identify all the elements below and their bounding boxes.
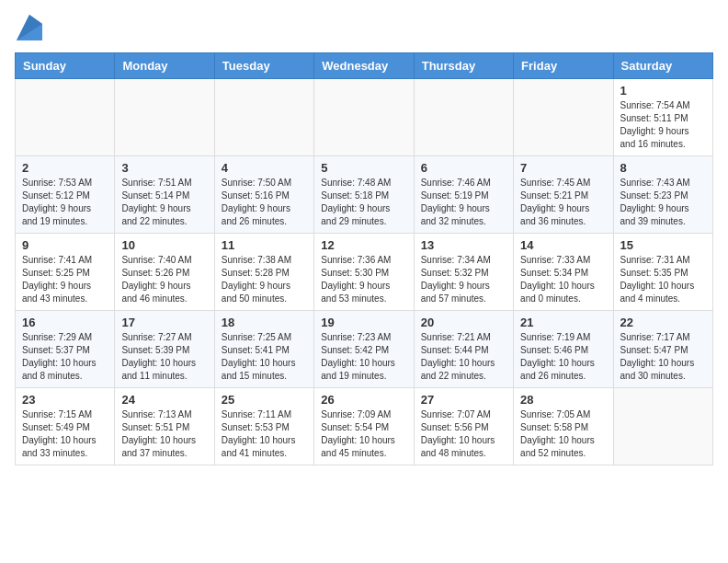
day-info: Sunrise: 7:09 AM Sunset: 5:54 PM Dayligh… <box>321 408 406 460</box>
calendar-cell: 24Sunrise: 7:13 AM Sunset: 5:51 PM Dayli… <box>115 387 214 465</box>
day-number: 9 <box>22 238 108 252</box>
calendar-cell: 8Sunrise: 7:43 AM Sunset: 5:23 PM Daylig… <box>613 155 712 233</box>
calendar-cell <box>514 78 613 155</box>
calendar-cell: 27Sunrise: 7:07 AM Sunset: 5:56 PM Dayli… <box>414 387 513 465</box>
calendar-cell: 6Sunrise: 7:46 AM Sunset: 5:19 PM Daylig… <box>414 155 513 233</box>
day-number: 27 <box>421 393 506 407</box>
calendar-cell: 16Sunrise: 7:29 AM Sunset: 5:37 PM Dayli… <box>16 310 115 387</box>
day-number: 28 <box>520 393 606 407</box>
day-number: 1 <box>620 84 706 98</box>
day-info: Sunrise: 7:41 AM Sunset: 5:25 PM Dayligh… <box>22 254 108 305</box>
day-info: Sunrise: 7:36 AM Sunset: 5:30 PM Dayligh… <box>321 254 406 305</box>
day-info: Sunrise: 7:11 AM Sunset: 5:53 PM Dayligh… <box>222 408 307 460</box>
day-info: Sunrise: 7:19 AM Sunset: 5:46 PM Dayligh… <box>520 331 606 383</box>
day-number: 5 <box>321 161 406 175</box>
calendar-cell <box>115 78 214 155</box>
weekday-thursday: Thursday <box>414 52 513 78</box>
calendar-cell: 7Sunrise: 7:45 AM Sunset: 5:21 PM Daylig… <box>514 155 613 233</box>
day-info: Sunrise: 7:43 AM Sunset: 5:23 PM Dayligh… <box>620 177 706 228</box>
calendar-cell: 5Sunrise: 7:48 AM Sunset: 5:18 PM Daylig… <box>314 155 414 233</box>
day-info: Sunrise: 7:45 AM Sunset: 5:21 PM Dayligh… <box>520 177 606 228</box>
day-info: Sunrise: 7:05 AM Sunset: 5:58 PM Dayligh… <box>520 408 606 460</box>
calendar-cell <box>414 78 513 155</box>
calendar-cell: 15Sunrise: 7:31 AM Sunset: 5:35 PM Dayli… <box>613 233 712 310</box>
calendar-cell: 9Sunrise: 7:41 AM Sunset: 5:25 PM Daylig… <box>16 233 115 310</box>
weekday-tuesday: Tuesday <box>214 52 313 78</box>
day-info: Sunrise: 7:31 AM Sunset: 5:35 PM Dayligh… <box>620 254 706 305</box>
calendar-cell <box>214 78 313 155</box>
calendar-cell: 10Sunrise: 7:40 AM Sunset: 5:26 PM Dayli… <box>115 233 214 310</box>
day-info: Sunrise: 7:51 AM Sunset: 5:14 PM Dayligh… <box>121 177 207 228</box>
page-header <box>15 15 713 45</box>
calendar-cell: 1Sunrise: 7:54 AM Sunset: 5:11 PM Daylig… <box>613 78 712 155</box>
day-number: 10 <box>121 238 207 252</box>
calendar-cell: 20Sunrise: 7:21 AM Sunset: 5:44 PM Dayli… <box>414 310 513 387</box>
day-info: Sunrise: 7:29 AM Sunset: 5:37 PM Dayligh… <box>22 331 108 383</box>
day-number: 2 <box>22 161 108 175</box>
day-number: 24 <box>121 393 207 407</box>
day-info: Sunrise: 7:33 AM Sunset: 5:34 PM Dayligh… <box>520 254 606 305</box>
calendar-cell: 17Sunrise: 7:27 AM Sunset: 5:39 PM Dayli… <box>115 310 214 387</box>
day-number: 23 <box>22 393 108 407</box>
calendar-week-1: 1Sunrise: 7:54 AM Sunset: 5:11 PM Daylig… <box>16 78 713 155</box>
weekday-header-row: SundayMondayTuesdayWednesdayThursdayFrid… <box>16 52 713 78</box>
day-number: 20 <box>421 316 506 329</box>
day-info: Sunrise: 7:07 AM Sunset: 5:56 PM Dayligh… <box>421 408 506 460</box>
calendar-cell: 11Sunrise: 7:38 AM Sunset: 5:28 PM Dayli… <box>214 233 313 310</box>
calendar-body: 1Sunrise: 7:54 AM Sunset: 5:11 PM Daylig… <box>16 78 713 465</box>
day-number: 11 <box>222 238 307 252</box>
calendar-week-3: 9Sunrise: 7:41 AM Sunset: 5:25 PM Daylig… <box>16 233 713 310</box>
weekday-saturday: Saturday <box>613 52 712 78</box>
calendar-cell: 14Sunrise: 7:33 AM Sunset: 5:34 PM Dayli… <box>514 233 613 310</box>
calendar-cell: 13Sunrise: 7:34 AM Sunset: 5:32 PM Dayli… <box>414 233 513 310</box>
day-info: Sunrise: 7:48 AM Sunset: 5:18 PM Dayligh… <box>321 177 406 228</box>
calendar-cell: 25Sunrise: 7:11 AM Sunset: 5:53 PM Dayli… <box>214 387 313 465</box>
day-number: 21 <box>520 316 606 329</box>
day-info: Sunrise: 7:15 AM Sunset: 5:49 PM Dayligh… <box>22 408 108 460</box>
calendar-week-5: 23Sunrise: 7:15 AM Sunset: 5:49 PM Dayli… <box>16 387 713 465</box>
day-info: Sunrise: 7:46 AM Sunset: 5:19 PM Dayligh… <box>421 177 506 228</box>
calendar-cell: 23Sunrise: 7:15 AM Sunset: 5:49 PM Dayli… <box>16 387 115 465</box>
calendar-cell <box>613 387 712 465</box>
weekday-friday: Friday <box>514 52 613 78</box>
calendar-cell: 4Sunrise: 7:50 AM Sunset: 5:16 PM Daylig… <box>214 155 313 233</box>
day-info: Sunrise: 7:54 AM Sunset: 5:11 PM Dayligh… <box>620 99 706 151</box>
calendar-cell: 3Sunrise: 7:51 AM Sunset: 5:14 PM Daylig… <box>115 155 214 233</box>
day-number: 3 <box>121 161 207 175</box>
day-info: Sunrise: 7:38 AM Sunset: 5:28 PM Dayligh… <box>222 254 307 305</box>
day-number: 17 <box>121 316 207 329</box>
day-number: 16 <box>22 316 108 329</box>
day-info: Sunrise: 7:21 AM Sunset: 5:44 PM Dayligh… <box>421 331 506 383</box>
calendar-cell: 22Sunrise: 7:17 AM Sunset: 5:47 PM Dayli… <box>613 310 712 387</box>
logo-icon <box>17 15 42 40</box>
calendar-week-2: 2Sunrise: 7:53 AM Sunset: 5:12 PM Daylig… <box>16 155 713 233</box>
day-number: 13 <box>421 238 506 252</box>
day-info: Sunrise: 7:34 AM Sunset: 5:32 PM Dayligh… <box>421 254 506 305</box>
day-info: Sunrise: 7:23 AM Sunset: 5:42 PM Dayligh… <box>321 331 406 383</box>
day-info: Sunrise: 7:53 AM Sunset: 5:12 PM Dayligh… <box>22 177 108 228</box>
day-info: Sunrise: 7:27 AM Sunset: 5:39 PM Dayligh… <box>121 331 207 383</box>
calendar-cell: 21Sunrise: 7:19 AM Sunset: 5:46 PM Dayli… <box>514 310 613 387</box>
day-info: Sunrise: 7:40 AM Sunset: 5:26 PM Dayligh… <box>121 254 207 305</box>
day-info: Sunrise: 7:50 AM Sunset: 5:16 PM Dayligh… <box>222 177 307 228</box>
calendar-cell <box>16 78 115 155</box>
day-number: 26 <box>321 393 406 407</box>
calendar-week-4: 16Sunrise: 7:29 AM Sunset: 5:37 PM Dayli… <box>16 310 713 387</box>
calendar-cell: 18Sunrise: 7:25 AM Sunset: 5:41 PM Dayli… <box>214 310 313 387</box>
weekday-monday: Monday <box>115 52 214 78</box>
day-info: Sunrise: 7:13 AM Sunset: 5:51 PM Dayligh… <box>121 408 207 460</box>
weekday-sunday: Sunday <box>16 52 115 78</box>
weekday-wednesday: Wednesday <box>314 52 414 78</box>
calendar-cell <box>314 78 414 155</box>
day-number: 25 <box>222 393 307 407</box>
day-number: 18 <box>222 316 307 329</box>
day-number: 19 <box>321 316 406 329</box>
day-number: 7 <box>520 161 606 175</box>
day-number: 12 <box>321 238 406 252</box>
day-number: 4 <box>222 161 307 175</box>
calendar-cell: 12Sunrise: 7:36 AM Sunset: 5:30 PM Dayli… <box>314 233 414 310</box>
day-info: Sunrise: 7:17 AM Sunset: 5:47 PM Dayligh… <box>620 331 706 383</box>
calendar-cell: 28Sunrise: 7:05 AM Sunset: 5:58 PM Dayli… <box>514 387 613 465</box>
day-number: 8 <box>620 161 706 175</box>
calendar-cell: 2Sunrise: 7:53 AM Sunset: 5:12 PM Daylig… <box>16 155 115 233</box>
